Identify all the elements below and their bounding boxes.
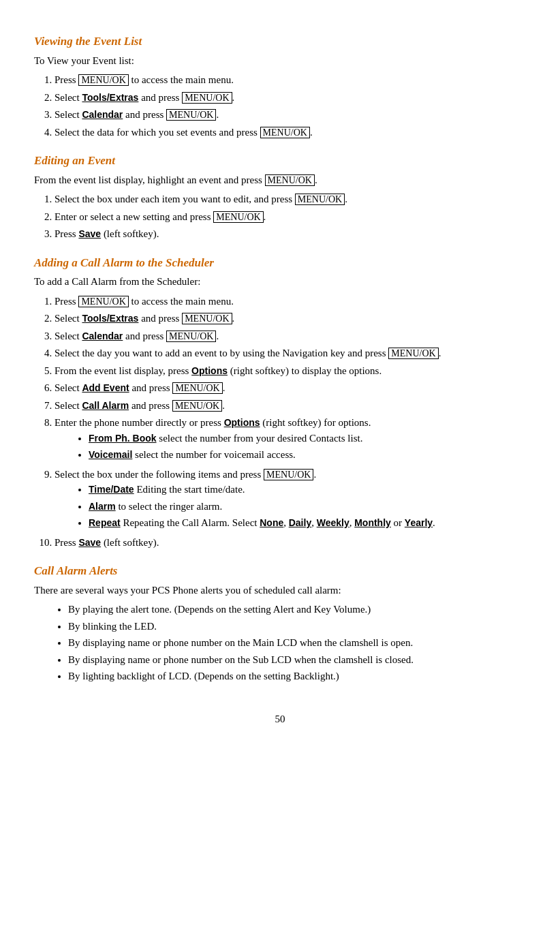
calendar-label: Calendar (82, 109, 123, 120)
step-editing-3: Enter or select a new setting and press … (55, 209, 526, 225)
bullet-led: By blinking the LED. (68, 619, 526, 634)
step-ca-8: Enter the phone number directly or press… (55, 415, 526, 463)
bullet-list-ca-9: Time/Date Editing the start time/date. A… (89, 482, 526, 531)
step-ca-3: Select Calendar and press MENU/OK. (55, 328, 526, 344)
step-ca-5: From the event list display, press Optio… (55, 363, 526, 379)
step-viewing-4: Select the data for which you set events… (55, 125, 526, 140)
steps-editing: Select the box under each item you want … (55, 191, 526, 242)
intro-editing: From the event list display, highlight a… (34, 172, 526, 188)
bullet-main-lcd: By displaying name or phone number on th… (68, 635, 526, 651)
bullet-list-ca-8: From Ph. Book select the number from you… (89, 431, 526, 463)
menu-ok-box: MENU/OK (78, 74, 128, 86)
menu-ok-ca-6: MENU/OK (172, 382, 222, 394)
from-ph-book-label: From Ph. Book (89, 433, 157, 444)
menu-ok-box-2: MENU/OK (182, 92, 232, 104)
menu-ok-editing-3: MENU/OK (213, 211, 263, 223)
intro-call-alarm: To add a Call Alarm from the Scheduler: (34, 274, 526, 290)
bullet-backlight: By lighting backlight of LCD. (Depends o… (68, 669, 526, 684)
step-ca-9: Select the box under the following items… (55, 467, 526, 531)
monthly-label: Monthly (354, 517, 391, 528)
step-ca-6: Select Add Event and press MENU/OK. (55, 380, 526, 396)
menu-ok-ca-2: MENU/OK (182, 313, 232, 324)
options-ca-5: Options (191, 365, 228, 376)
steps-call-alarm: Press MENU/OK to access the main menu. S… (55, 294, 526, 551)
section-heading-alerts: Call Alarm Alerts (34, 562, 526, 580)
repeat-label: Repeat (89, 517, 121, 528)
intro-alerts: There are several ways your PCS Phone al… (34, 583, 526, 598)
step-ca-2: Select Tools/Extras and press MENU/OK. (55, 311, 526, 326)
step-ca-1: Press MENU/OK to access the main menu. (55, 294, 526, 309)
call-alarm-ca: Call Alarm (82, 400, 129, 411)
yearly-label: Yearly (405, 517, 433, 528)
section-viewing-event-list: Viewing the Event List To View your Even… (34, 33, 526, 140)
step-viewing-1: Press MENU/OK to access the main menu. (55, 72, 526, 88)
bullet-voicemail: Voicemail select the number for voicemai… (89, 447, 526, 463)
menu-ok-ca-7: MENU/OK (172, 400, 222, 412)
weekly-label: Weekly (317, 517, 349, 528)
bullet-alarm: Alarm to select the ringer alarm. (89, 499, 526, 515)
add-event-ca: Add Event (82, 382, 129, 393)
tools-extras-label: Tools/Extras (82, 92, 138, 103)
menu-ok-box-4: MENU/OK (260, 127, 310, 138)
section-heading-viewing: Viewing the Event List (34, 33, 526, 50)
steps-viewing: Press MENU/OK to access the main menu. S… (55, 72, 526, 140)
step-viewing-2: Select Tools/Extras and press MENU/OK. (55, 90, 526, 106)
menu-ok-ca-1: MENU/OK (78, 296, 128, 307)
menu-ok-ca-4: MENU/OK (388, 348, 438, 359)
options-ca-8: Options (224, 417, 260, 428)
intro-viewing: To View your Event list: (34, 53, 526, 69)
step-ca-4: Select the day you want to add an event … (55, 346, 526, 361)
bullet-sub-lcd: By displaying name or phone number on th… (68, 652, 526, 668)
menu-ok-editing-2: MENU/OK (295, 194, 345, 205)
menu-ok-ca-3: MENU/OK (166, 331, 216, 342)
tools-extras-ca: Tools/Extras (82, 313, 138, 324)
alarm-label: Alarm (89, 501, 116, 512)
bullet-time-date: Time/Date Editing the start time/date. (89, 482, 526, 497)
bullet-list-alerts: By playing the alert tone. (Depends on t… (68, 602, 526, 684)
time-date-label: Time/Date (89, 484, 134, 495)
step-viewing-3: Select Calendar and press MENU/OK. (55, 107, 526, 123)
menu-ok-box-3: MENU/OK (166, 109, 216, 121)
calendar-ca: Calendar (82, 331, 123, 341)
daily-label: Daily (289, 517, 311, 528)
step-ca-10: Press Save (left softkey). (55, 535, 526, 551)
section-editing-event: Editing an Event From the event list dis… (34, 152, 526, 242)
section-call-alarm-alerts: Call Alarm Alerts There are several ways… (34, 562, 526, 684)
step-editing-4: Press Save (left softkey). (55, 226, 526, 242)
step-ca-7: Select Call Alarm and press MENU/OK. (55, 398, 526, 414)
bullet-from-ph-book: From Ph. Book select the number from you… (89, 431, 526, 446)
step-editing-2: Select the box under each item you want … (55, 191, 526, 207)
section-adding-call-alarm: Adding a Call Alarm to the Scheduler To … (34, 254, 526, 551)
page-number: 50 (34, 711, 526, 727)
section-heading-call-alarm: Adding a Call Alarm to the Scheduler (34, 254, 526, 272)
save-ca-label: Save (78, 537, 101, 548)
menu-ok-ca-9: MENU/OK (264, 469, 313, 480)
section-heading-editing: Editing an Event (34, 152, 526, 170)
bullet-alert-tone: By playing the alert tone. (Depends on t… (68, 602, 526, 617)
menu-ok-editing: MENU/OK (265, 174, 315, 186)
voicemail-label: Voicemail (89, 449, 132, 460)
save-label-editing: Save (78, 228, 101, 239)
bullet-repeat: Repeat Repeating the Call Alarm. Select … (89, 515, 526, 531)
none-label: None (260, 517, 283, 528)
